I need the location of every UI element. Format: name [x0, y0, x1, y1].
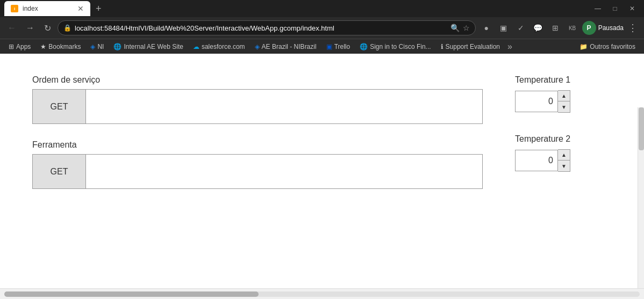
bookmark-apps[interactable]: ⊞ Apps — [4, 42, 35, 52]
temperature1-control: 0 ▲ ▼ — [515, 90, 612, 113]
browser-menu-button[interactable]: ⋮ — [626, 22, 640, 34]
ae-brazil-icon: ◈ — [255, 43, 260, 50]
ordem-get-button[interactable]: GET — [32, 89, 86, 124]
tab-strip: i index ✕ + — [4, 1, 586, 16]
window-controls: — □ ✕ — [590, 1, 640, 16]
bookmark-outros-label: Outros favoritos — [590, 43, 635, 50]
ordem-label: Ordem de serviço — [32, 75, 483, 85]
vertical-scrollbar[interactable] — [638, 107, 644, 288]
temperature1-group: Temperature 1 0 ▲ ▼ — [515, 75, 612, 113]
ordem-field-row: GET — [32, 89, 483, 124]
bookmark-salesforce-label: salesforce.com — [202, 43, 245, 50]
bookmark-support-label: Support Evaluation — [446, 43, 500, 50]
right-section: Temperature 1 0 ▲ ▼ Temperature 2 0 ▲ ▼ — [515, 75, 612, 205]
temperature2-control: 0 ▲ ▼ — [515, 149, 612, 172]
horizontal-scrollbar-thumb[interactable] — [4, 291, 259, 297]
left-section: Ordem de serviço GET Ferramenta GET — [32, 75, 483, 205]
bookmark-bookmarks[interactable]: ★ Bookmarks — [36, 42, 85, 52]
address-bar[interactable]: 🔒 localhost:58484/HtmlVI/Build/Web%20Ser… — [58, 20, 476, 35]
star-icon[interactable]: ☆ — [463, 24, 470, 32]
ferramenta-get-button[interactable]: GET — [32, 154, 86, 189]
address-icons: 🔍 ☆ — [450, 24, 470, 32]
shield-icon[interactable]: ✓ — [513, 20, 528, 35]
bookmark-cisco[interactable]: 🌐 Sign in to Cisco Fin... — [355, 42, 435, 52]
profile-label[interactable]: Pausada — [598, 24, 624, 32]
temperature2-value: 0 — [515, 150, 558, 171]
temperature2-down-button[interactable]: ▼ — [558, 161, 570, 171]
toolbar-right: ● ▣ ✓ 💬 ⊞ KB P Pausada ⋮ — [479, 20, 640, 35]
kb-icon[interactable]: KB — [565, 20, 580, 35]
bookmark-trello[interactable]: ▣ Trello — [322, 42, 355, 52]
ordem-input[interactable] — [86, 89, 483, 124]
cisco-icon: 🌐 — [360, 43, 368, 50]
ferramenta-label: Ferramenta — [32, 140, 483, 150]
ni-icon: ◈ — [90, 43, 95, 50]
reload-button[interactable]: ↻ — [41, 21, 54, 35]
bookmarks-more-button[interactable]: » — [505, 42, 514, 52]
scrollbar-thumb[interactable] — [639, 107, 644, 150]
content-inner: Ordem de serviço GET Ferramenta GET Temp… — [0, 54, 644, 227]
folder-icon: 📁 — [579, 43, 588, 50]
ferramenta-input[interactable] — [86, 154, 483, 189]
globe-icon: 🌐 — [113, 43, 121, 50]
maximize-button[interactable]: □ — [607, 1, 622, 16]
bookmark-ae-brazil-label: AE Brazil - NIBrazil — [262, 43, 317, 50]
extensions-icon[interactable]: ● — [479, 20, 494, 35]
new-tab-button[interactable]: + — [92, 2, 105, 16]
bookmark-salesforce[interactable]: ☁ salesforce.com — [189, 42, 249, 52]
star-icon: ★ — [40, 43, 46, 50]
apps-grid-icon: ⊞ — [9, 43, 14, 50]
minimize-button[interactable]: — — [590, 1, 605, 16]
lock-icon: 🔒 — [63, 24, 71, 32]
forward-button[interactable]: → — [23, 21, 38, 35]
bookmark-bookmarks-label: Bookmarks — [48, 43, 81, 50]
ordem-field-group: Ordem de serviço GET — [32, 75, 483, 124]
trello-icon: ▣ — [326, 43, 332, 50]
ferramenta-field-group: Ferramenta GET — [32, 140, 483, 189]
bookmark-internal-ae[interactable]: 🌐 Internal AE Web Site — [109, 42, 188, 52]
browser-toolbar: ← → ↻ 🔒 localhost:58484/HtmlVI/Build/Web… — [0, 17, 644, 39]
salesforce-icon: ☁ — [193, 43, 199, 50]
scrollbar-track — [4, 291, 640, 297]
temperature1-spinners: ▲ ▼ — [558, 90, 570, 113]
bookmark-internal-ae-label: Internal AE Web Site — [124, 43, 183, 50]
info-icon: ℹ — [441, 43, 443, 50]
chat-icon[interactable]: 💬 — [531, 20, 546, 35]
active-tab[interactable]: i index ✕ — [4, 1, 90, 16]
page-content: Ordem de serviço GET Ferramenta GET Temp… — [0, 54, 644, 288]
temperature1-value: 0 — [515, 91, 558, 112]
bookmarks-bar: ⊞ Apps ★ Bookmarks ◈ NI 🌐 Internal AE We… — [0, 39, 644, 54]
bookmark-ni[interactable]: ◈ NI — [86, 42, 108, 52]
ferramenta-field-row: GET — [32, 154, 483, 189]
profile-avatar[interactable]: P — [582, 21, 596, 35]
temperature2-spinners: ▲ ▼ — [558, 149, 570, 172]
apps-icon[interactable]: ⊞ — [548, 20, 563, 35]
temperature1-up-button[interactable]: ▲ — [558, 91, 570, 101]
bookmark-trello-label: Trello — [334, 43, 350, 50]
back-button[interactable]: ← — [4, 21, 19, 35]
title-bar: i index ✕ + — □ ✕ — [0, 0, 644, 17]
horizontal-scrollbar[interactable] — [0, 288, 644, 299]
tab-favicon: i — [11, 5, 18, 12]
close-button[interactable]: ✕ — [625, 1, 640, 16]
bookmark-ni-label: NI — [97, 43, 104, 50]
cast-icon[interactable]: ▣ — [496, 20, 511, 35]
tab-label: index — [23, 5, 38, 12]
temperature1-down-button[interactable]: ▼ — [558, 101, 570, 112]
temperature1-label: Temperature 1 — [515, 75, 612, 85]
bookmark-cisco-label: Sign in to Cisco Fin... — [370, 43, 431, 50]
temperature2-group: Temperature 2 0 ▲ ▼ — [515, 134, 612, 172]
temperature2-label: Temperature 2 — [515, 134, 612, 144]
bookmark-support[interactable]: ℹ Support Evaluation — [437, 42, 504, 52]
bookmark-ae-brazil[interactable]: ◈ AE Brazil - NIBrazil — [251, 42, 321, 52]
bookmark-apps-label: Apps — [16, 43, 31, 50]
tab-close-button[interactable]: ✕ — [77, 5, 84, 12]
search-icon[interactable]: 🔍 — [450, 24, 460, 32]
bookmark-outros[interactable]: 📁 Outros favoritos — [575, 42, 640, 52]
url-text: localhost:58484/HtmlVI/Build/Web%20Serve… — [75, 24, 447, 32]
temperature2-up-button[interactable]: ▲ — [558, 150, 570, 161]
bookmarks-right: 📁 Outros favoritos — [575, 42, 640, 52]
